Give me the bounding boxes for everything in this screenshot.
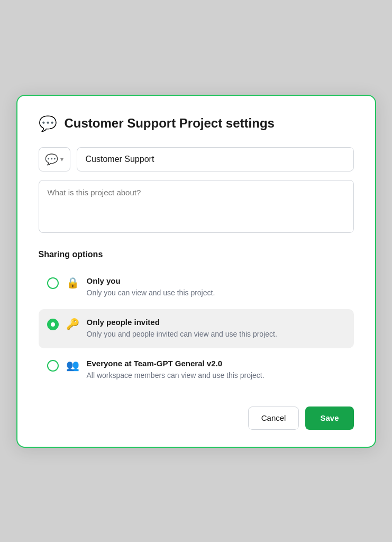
cancel-button[interactable]: Cancel: [248, 406, 299, 430]
modal-footer: Cancel Save: [39, 406, 354, 430]
header-chat-icon: 💬: [39, 115, 57, 132]
radio-everyone[interactable]: [47, 360, 59, 372]
sharing-option-only-you[interactable]: 🔒 Only you Only you can view and use thi…: [39, 268, 354, 307]
chevron-down-icon: ▾: [60, 156, 63, 163]
modal-title: Customer Support Project settings: [65, 116, 275, 131]
selected-emoji-icon: 💬: [45, 153, 58, 166]
option-desc-everyone: All workspace members can view and use t…: [87, 370, 265, 381]
option-title-everyone: Everyone at Team-GPT General v2.0: [87, 359, 265, 368]
project-name-row: 💬 ▾: [39, 147, 354, 171]
sharing-options-label: Sharing options: [39, 250, 354, 259]
project-settings-modal: 💬 Customer Support Project settings 💬 ▾ …: [16, 95, 376, 448]
radio-only-invited[interactable]: [47, 319, 59, 330]
option-title-only-invited: Only people invited: [87, 318, 277, 327]
option-desc-only-you: Only you can view and use this project.: [87, 287, 215, 299]
option-content-everyone: Everyone at Team-GPT General v2.0 All wo…: [87, 359, 265, 381]
option-desc-only-invited: Only you and people invited can view and…: [87, 329, 277, 340]
sharing-option-everyone[interactable]: 👥 Everyone at Team-GPT General v2.0 All …: [39, 350, 354, 390]
sharing-options-list: 🔒 Only you Only you can view and use thi…: [39, 268, 354, 390]
key-icon: 🔑: [66, 318, 79, 330]
page-background: 💬 Customer Support Project settings 💬 ▾ …: [0, 0, 392, 542]
option-title-only-you: Only you: [87, 276, 215, 285]
project-name-input[interactable]: [77, 147, 354, 171]
option-content-only-invited: Only people invited Only you and people …: [87, 318, 277, 340]
option-content-only-you: Only you Only you can view and use this …: [87, 276, 215, 299]
radio-only-you[interactable]: [47, 277, 59, 289]
project-description-textarea[interactable]: [39, 180, 354, 233]
icon-picker-button[interactable]: 💬 ▾: [39, 147, 70, 171]
lock-icon: 🔒: [66, 276, 79, 289]
group-icon: 👥: [66, 359, 79, 372]
sharing-option-only-invited[interactable]: 🔑 Only people invited Only you and peopl…: [39, 309, 354, 348]
save-button[interactable]: Save: [305, 406, 353, 430]
modal-header: 💬 Customer Support Project settings: [39, 115, 354, 132]
